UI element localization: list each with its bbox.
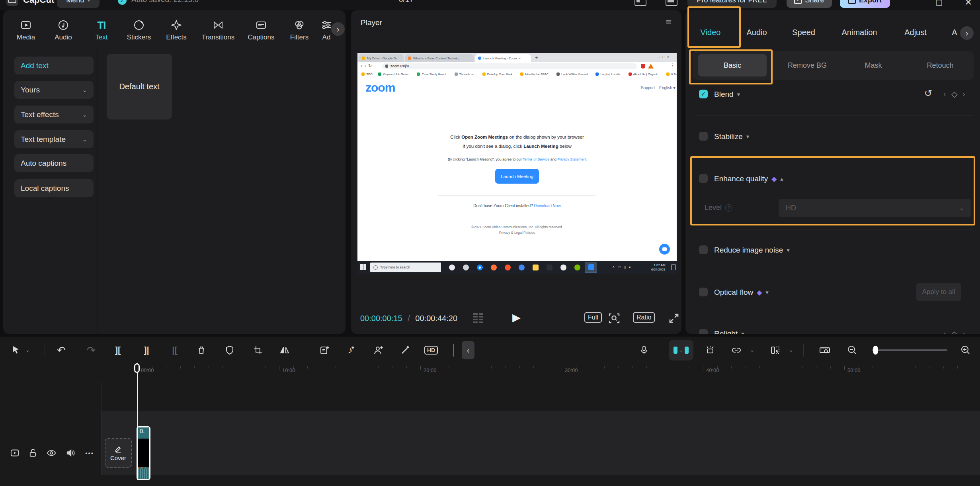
taskbar-clock[interactable]: 1:07 AM 6/24/2021 bbox=[651, 263, 666, 272]
optical-flow-checkbox[interactable] bbox=[699, 288, 708, 296]
inspector-tab-animation[interactable]: Animation bbox=[842, 28, 877, 37]
start-button[interactable] bbox=[360, 264, 366, 270]
undo-icon[interactable]: ↶ bbox=[53, 341, 70, 359]
shield-badge-icon[interactable] bbox=[641, 64, 645, 69]
trim-left-icon[interactable]: ]| bbox=[138, 341, 155, 359]
chevron-down-icon[interactable]: ⌄ bbox=[789, 347, 793, 353]
relight-checkbox[interactable] bbox=[699, 329, 708, 334]
tab-stickers[interactable]: Stickers bbox=[121, 19, 157, 41]
player-menu-icon[interactable]: ≡ bbox=[666, 16, 672, 28]
bookmark-item[interactable]: Case Study How It... bbox=[417, 73, 449, 76]
system-tray-icons[interactable]: ∧▭▯◂ bbox=[612, 265, 633, 269]
export-button[interactable]: ↑ Export bbox=[840, 0, 890, 8]
privacy-link[interactable]: Privacy Statement bbox=[557, 157, 586, 161]
full-button[interactable]: Full bbox=[584, 312, 602, 323]
reset-icon[interactable]: ↺ bbox=[924, 88, 932, 99]
media-tabs-expand-button[interactable]: › bbox=[331, 22, 345, 36]
chevron-down-icon[interactable]: ⌄ bbox=[25, 347, 30, 353]
relight-row[interactable]: Relight▾ bbox=[714, 329, 744, 334]
shield-icon[interactable] bbox=[221, 341, 238, 359]
track-row[interactable] bbox=[102, 411, 980, 475]
browser-tab[interactable]: What is a Saas Content Techniq bbox=[405, 54, 474, 62]
extract-audio-icon[interactable]: ♪ bbox=[342, 341, 359, 359]
ratio-button[interactable]: Ratio bbox=[633, 312, 655, 323]
layout-panel-left-icon[interactable] bbox=[634, 0, 646, 6]
lock-track-icon[interactable] bbox=[29, 448, 37, 458]
inspector-tabs-expand-button[interactable]: › bbox=[960, 26, 974, 40]
taskbar-explorer-icon[interactable] bbox=[529, 262, 541, 272]
support-link[interactable]: Support bbox=[641, 86, 655, 90]
auto-select-cursor-icon[interactable] bbox=[767, 341, 784, 359]
tab-text[interactable]: TI Text bbox=[83, 19, 120, 41]
extract-text-icon[interactable] bbox=[315, 341, 333, 359]
timeline-zoom-slider[interactable] bbox=[872, 349, 947, 351]
default-text-card[interactable]: Default text bbox=[107, 54, 172, 120]
mute-track-icon[interactable] bbox=[66, 448, 76, 458]
share-button[interactable]: ✓ Share bbox=[787, 0, 832, 8]
sidebar-item-yours[interactable]: Yours⌄ bbox=[14, 81, 94, 99]
tab-captions[interactable]: Captions bbox=[243, 19, 279, 41]
language-selector[interactable]: English ▾ bbox=[659, 86, 675, 90]
inspector-tab-audio[interactable]: Audio bbox=[746, 28, 767, 37]
tab-media[interactable]: Media bbox=[8, 19, 44, 41]
delete-icon[interactable] bbox=[193, 341, 210, 359]
subtab-retouch[interactable]: Retouch bbox=[927, 61, 953, 70]
timeline-scale-icon[interactable] bbox=[816, 341, 834, 359]
playhead-handle[interactable] bbox=[134, 363, 140, 373]
bookmark-item[interactable]: About Us | Organic... bbox=[629, 73, 661, 76]
remove-background-icon[interactable] bbox=[369, 341, 387, 359]
download-link[interactable]: Download Now bbox=[534, 204, 560, 208]
url-field[interactable]: zoom.us/j/9... bbox=[382, 63, 637, 69]
subtab-mask[interactable]: Mask bbox=[865, 61, 882, 70]
snap-magnet-icon[interactable]: ↔ bbox=[669, 340, 693, 361]
stabilize-row[interactable]: Stabilize▾ bbox=[714, 132, 749, 141]
cover-button[interactable]: Cover bbox=[105, 438, 132, 468]
smart-tools-wand-icon[interactable] bbox=[396, 341, 413, 359]
marker-icon[interactable] bbox=[453, 344, 454, 357]
blend-row[interactable]: Blend▾ bbox=[714, 90, 740, 99]
keyframe-prev-icon[interactable]: ‹ bbox=[943, 329, 946, 334]
bookmark-item[interactable]: Keyword Job Searc... bbox=[378, 73, 411, 76]
bookmark-item[interactable]: Threads on... bbox=[455, 73, 477, 76]
sidebar-item-text-effects[interactable]: Text effects⌄ bbox=[14, 106, 94, 123]
optical-flow-row[interactable]: Optical flow ◆ ▾ bbox=[714, 288, 769, 297]
taskbar-zoom-icon[interactable] bbox=[585, 262, 597, 272]
inspector-tab-more[interactable]: A bbox=[952, 28, 957, 37]
menu-button[interactable]: Menu▾ bbox=[57, 0, 100, 8]
frame-by-frame-icon[interactable] bbox=[473, 313, 483, 323]
link-clips-icon[interactable] bbox=[728, 341, 745, 359]
subtab-remove-bg[interactable]: Remove BG bbox=[788, 61, 827, 70]
keyframe-add-icon[interactable]: ◇ bbox=[951, 329, 957, 334]
taskbar-nvidia-icon[interactable] bbox=[571, 262, 583, 272]
preview-axis-icon[interactable] bbox=[701, 341, 719, 359]
keyframe-prev-icon[interactable]: ‹ bbox=[943, 89, 946, 98]
warning-badge-icon[interactable] bbox=[648, 64, 654, 69]
voiceover-mic-icon[interactable] bbox=[635, 341, 653, 359]
browser-tab-active[interactable]: Launch Meeting - Zoom × bbox=[475, 54, 531, 62]
stabilize-checkbox[interactable] bbox=[699, 132, 708, 141]
zoom-out-icon[interactable] bbox=[843, 341, 861, 359]
subtab-basic[interactable]: Basic bbox=[698, 54, 767, 76]
fullscreen-icon[interactable] bbox=[668, 312, 680, 324]
taskbar-edge-icon[interactable]: e bbox=[474, 262, 486, 272]
close-button[interactable]: × bbox=[965, 0, 972, 9]
info-icon[interactable]: ? bbox=[725, 204, 732, 212]
new-tab-button[interactable]: + bbox=[535, 55, 538, 61]
track-more-icon[interactable]: ••• bbox=[85, 450, 94, 457]
zoom-logo[interactable]: zoom bbox=[365, 81, 395, 94]
taskbar-brave-icon[interactable] bbox=[502, 262, 513, 272]
inspector-tab-speed[interactable]: Speed bbox=[792, 28, 815, 37]
tab-transitions[interactable]: Transitions bbox=[200, 19, 236, 41]
select-cursor-icon[interactable] bbox=[7, 341, 25, 359]
add-text-button[interactable]: Add text bbox=[14, 57, 94, 74]
taskbar-task-view-icon[interactable] bbox=[460, 262, 472, 272]
bookmark-item[interactable]: Look Within Yoursel... bbox=[556, 73, 590, 76]
terms-link[interactable]: Terms of Service bbox=[523, 157, 549, 161]
taskbar-store-icon[interactable] bbox=[543, 262, 555, 272]
browser-menu-icon[interactable]: ⋮ bbox=[670, 63, 675, 68]
keyframe-next-icon[interactable]: › bbox=[962, 89, 965, 98]
tab-filters[interactable]: Filters bbox=[281, 19, 318, 41]
browser-window-controls[interactable]: –□× bbox=[658, 55, 671, 59]
zoom-in-icon[interactable] bbox=[957, 341, 974, 359]
timeline-ruler[interactable]: 00:0010:0020:0030:0040:0050:00 bbox=[0, 363, 980, 378]
